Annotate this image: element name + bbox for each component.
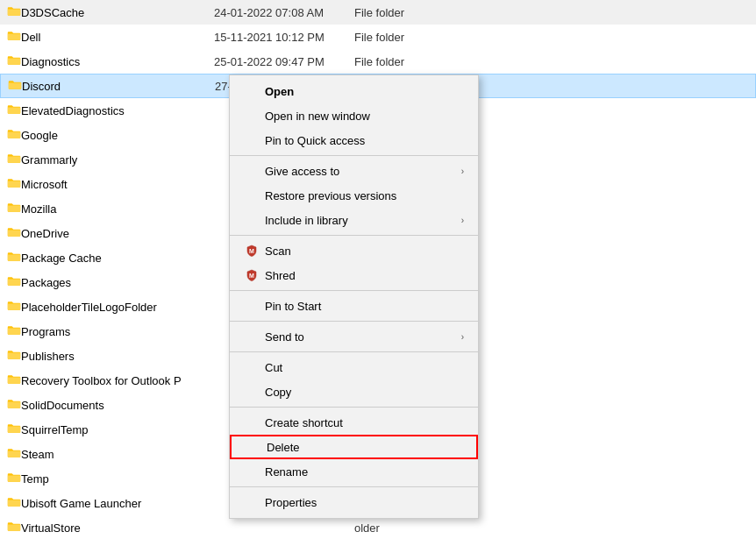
menu-separator: [230, 351, 478, 352]
file-type: File folder: [354, 31, 404, 44]
menu-separator: [230, 235, 478, 236]
menu-item-label: Give access to: [265, 165, 461, 178]
submenu-arrow-icon: ›: [461, 332, 464, 342]
file-name: Mozilla: [21, 202, 214, 216]
menu-item-cut[interactable]: Cut: [230, 355, 478, 379]
file-name: Publishers: [21, 350, 214, 363]
menu-item-pin-start[interactable]: Pin to Start: [230, 294, 478, 318]
menu-item-label: Open in new window: [265, 110, 464, 123]
menu-item-label: Properties: [265, 496, 464, 509]
menu-item-give-access[interactable]: Give access to›: [230, 159, 478, 183]
folder-icon: [8, 79, 22, 94]
mb-shield-icon: M: [244, 269, 260, 281]
file-name: Google: [21, 129, 214, 142]
submenu-arrow-icon: ›: [461, 216, 464, 225]
menu-separator: [230, 290, 478, 291]
menu-item-label: Restore previous versions: [265, 189, 464, 202]
file-name: Programs: [21, 325, 214, 338]
file-type: older: [354, 521, 380, 535]
folder-icon: [7, 54, 21, 69]
folder-icon: [7, 275, 21, 290]
file-name: SquirrelTemp: [21, 423, 214, 436]
file-date: 24-01-2022 07:08 AM: [214, 6, 354, 19]
menu-item-label: Send to: [265, 330, 461, 344]
menu-item-send-to[interactable]: Send to›: [230, 324, 478, 349]
menu-item-label: Rename: [265, 465, 464, 479]
menu-item-delete[interactable]: Delete: [230, 435, 478, 459]
menu-item-label: Open: [265, 85, 464, 98]
menu-item-shred[interactable]: M Shred: [230, 263, 478, 287]
menu-item-rename[interactable]: Rename: [230, 459, 478, 484]
file-name: SolidDocuments: [21, 399, 214, 412]
menu-item-label: Create shortcut: [265, 416, 464, 429]
menu-item-label: Pin to Start: [265, 300, 464, 313]
menu-separator: [230, 155, 478, 156]
file-name: Steam: [21, 448, 214, 461]
file-row[interactable]: Dell15-11-2021 10:12 PMFile folder: [0, 25, 756, 49]
context-menu: OpenOpen in new windowPin to Quick acces…: [229, 74, 479, 519]
menu-item-open-new-window[interactable]: Open in new window: [230, 103, 478, 128]
folder-icon: [7, 152, 21, 167]
menu-item-label: Delete: [267, 441, 462, 454]
file-name: Package Cache: [21, 252, 214, 265]
menu-item-restore-versions[interactable]: Restore previous versions: [230, 183, 478, 208]
file-row[interactable]: D3DSCache24-01-2022 07:08 AMFile folder: [0, 0, 756, 25]
folder-icon: [7, 5, 21, 20]
menu-item-label: Scan: [265, 245, 464, 258]
file-name: D3DSCache: [21, 6, 214, 19]
svg-text:M: M: [249, 273, 254, 279]
folder-icon: [7, 521, 21, 535]
menu-item-properties[interactable]: Properties: [230, 490, 478, 514]
file-date: 15-11-2021 10:12 PM: [214, 31, 354, 44]
folder-icon: [7, 398, 21, 413]
mb-shield-icon: M: [244, 245, 260, 257]
file-name: PlaceholderTileLogoFolder: [21, 301, 214, 314]
file-row[interactable]: WhatsAppolder: [0, 540, 756, 546]
file-name: Recovery Toolbox for Outlook P: [21, 374, 214, 387]
file-name: Microsoft: [21, 178, 214, 191]
file-row[interactable]: Diagnostics25-01-2022 09:47 PMFile folde…: [0, 49, 756, 74]
folder-icon: [7, 128, 21, 143]
folder-icon: [7, 103, 21, 118]
folder-icon: [7, 177, 21, 192]
folder-icon: [7, 496, 21, 511]
folder-icon: [7, 300, 21, 315]
file-type: File folder: [354, 55, 404, 68]
menu-separator: [230, 486, 478, 487]
menu-separator: [230, 407, 478, 408]
file-row[interactable]: VirtualStoreolder: [0, 515, 756, 540]
file-name: Temp: [21, 472, 214, 486]
svg-text:M: M: [249, 248, 254, 254]
folder-icon: [7, 472, 21, 486]
folder-icon: [7, 373, 21, 388]
menu-item-label: Copy: [265, 386, 464, 399]
file-name: Discord: [22, 80, 215, 93]
menu-item-label: Include in library: [265, 214, 461, 227]
menu-item-pin-quick-access[interactable]: Pin to Quick access: [230, 128, 478, 152]
menu-separator: [230, 321, 478, 322]
folder-icon: [7, 447, 21, 462]
folder-icon: [7, 30, 21, 45]
folder-icon: [7, 202, 21, 216]
menu-item-label: Cut: [265, 361, 464, 374]
folder-icon: [7, 349, 21, 364]
menu-item-open[interactable]: Open: [230, 79, 478, 103]
file-name: Grammarly: [21, 153, 214, 167]
folder-icon: [7, 251, 21, 266]
menu-item-create-shortcut[interactable]: Create shortcut: [230, 410, 478, 435]
menu-item-copy[interactable]: Copy: [230, 379, 478, 404]
folder-icon: [7, 324, 21, 339]
menu-item-label: Shred: [265, 269, 464, 282]
file-name: Dell: [21, 31, 214, 44]
folder-icon: [7, 226, 21, 241]
file-name: Diagnostics: [21, 55, 214, 68]
menu-item-label: Pin to Quick access: [265, 134, 464, 147]
file-name: Packages: [21, 276, 214, 289]
file-name: Ubisoft Game Launcher: [21, 497, 214, 510]
file-date: 25-01-2022 09:47 PM: [214, 55, 354, 68]
menu-item-include-library[interactable]: Include in library›: [230, 208, 478, 232]
submenu-arrow-icon: ›: [461, 167, 464, 176]
menu-item-scan[interactable]: M Scan: [230, 238, 478, 263]
file-name: VirtualStore: [21, 521, 214, 535]
folder-icon: [7, 422, 21, 437]
